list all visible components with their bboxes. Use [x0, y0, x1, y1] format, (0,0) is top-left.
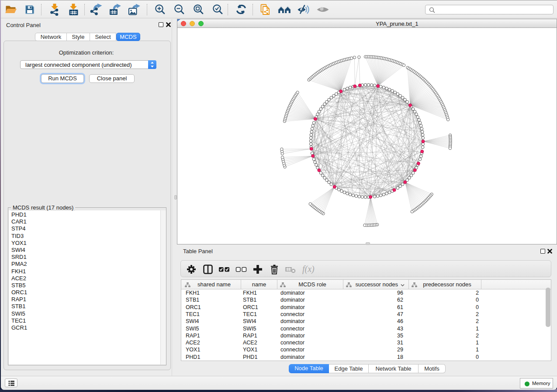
svg-text:f(x): f(x) — [302, 264, 315, 274]
